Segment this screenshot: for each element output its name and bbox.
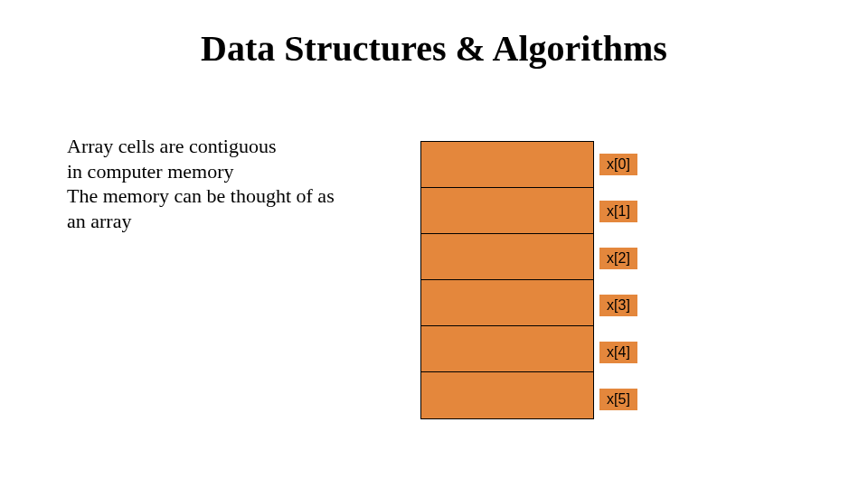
array-index-label: x[2] [599,248,637,269]
array-cell [421,188,593,234]
slide-body-text: Array cells are contiguous in computer m… [67,134,347,233]
array-cell [421,234,593,280]
slide-title: Data Structures & Algorithms [0,27,868,70]
array-cell [421,142,593,188]
array-cell [421,280,593,326]
array-index-label: x[4] [599,342,637,363]
array-cell [421,372,593,418]
array-stack [420,141,594,419]
array-labels: x[0] x[1] x[2] x[3] x[4] x[5] [599,141,637,436]
array-index-label: x[3] [599,295,637,316]
array-cell [421,326,593,372]
slide: Data Structures & Algorithms Array cells… [0,0,868,488]
array-index-label: x[0] [599,154,637,175]
array-index-label: x[5] [599,389,637,410]
array-index-label: x[1] [599,201,637,222]
